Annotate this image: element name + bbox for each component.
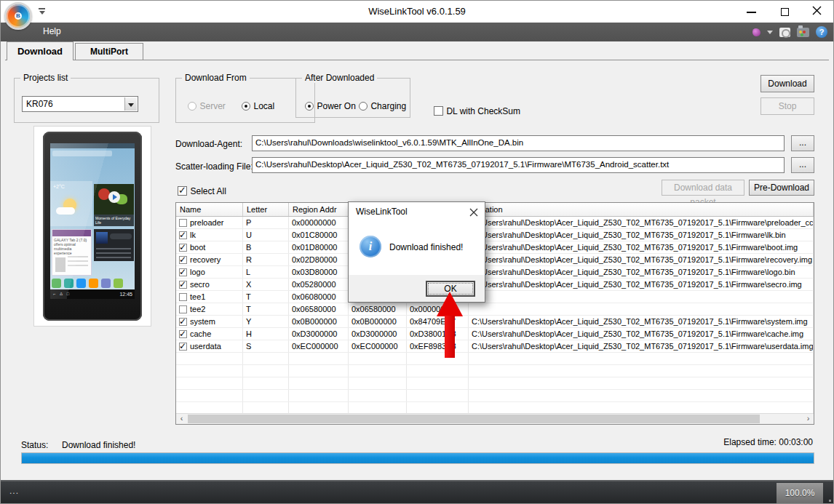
- row-checkbox[interactable]: [179, 231, 187, 239]
- window-title: WiseLinkTool v6.0.1.59: [1, 6, 833, 17]
- download-data-packet-button[interactable]: Download data packet: [662, 180, 744, 196]
- statusbar-ellipsis[interactable]: ...: [9, 486, 19, 496]
- table-row[interactable]: userdataS0xEC0000000xEC0000000xEF8983B8C…: [176, 340, 814, 353]
- select-all-label: Select All: [190, 186, 226, 196]
- row-checkbox[interactable]: [179, 268, 187, 276]
- row-checkbox[interactable]: [179, 281, 187, 289]
- after-downloaded-label: After Downloaded: [302, 73, 377, 83]
- scroll-left-icon[interactable]: ‹: [176, 414, 187, 424]
- screenshot-icon[interactable]: [797, 28, 809, 37]
- radio-charging[interactable]: [359, 102, 368, 111]
- menu-help[interactable]: Help: [43, 26, 61, 36]
- browse-agent-button[interactable]: ...: [791, 135, 814, 151]
- radio-local-label: Local: [253, 101, 274, 111]
- app-logo-icon[interactable]: B: [4, 2, 32, 30]
- bottom-status-bar: ... 100.0%: [1, 480, 833, 504]
- scroll-right-icon[interactable]: ›: [803, 414, 814, 424]
- table-row[interactable]: recoveryR0x02D80000C:\Users\rahul\Deskto…: [176, 254, 814, 266]
- status-label: Status:: [21, 440, 48, 450]
- phone-news-headline: GALAXY Tab 2 (7.0) offers optimal multim…: [52, 236, 91, 257]
- dialog-title: WiseLinkTool: [356, 207, 408, 217]
- plugin-icon[interactable]: [752, 28, 760, 36]
- device-preview-panel: +2°C Moments of Everyday Life GALAXY Tab…: [33, 126, 151, 327]
- scatter-file-label: Scatter-loading File:: [175, 161, 253, 172]
- dialog-message: Download finished!: [389, 242, 463, 252]
- table-row[interactable]: cacheH0xD30000000xD30000000xD38001B8C:\U…: [176, 328, 814, 340]
- message-dialog: WiseLinkTool i Download finished! OK: [348, 201, 485, 303]
- tab-multiport[interactable]: MultiPort: [75, 43, 143, 60]
- table-row[interactable]: tee2T0x065800000x065800000x00000000: [176, 303, 814, 316]
- table-empty-row: [176, 353, 814, 365]
- project-select[interactable]: KR076: [22, 96, 138, 112]
- column-header-region-addr[interactable]: Region Addr: [289, 203, 349, 216]
- table-header-row: Name Letter Region Addr Begin Addr End A…: [176, 203, 814, 217]
- row-checkbox[interactable]: [179, 256, 187, 264]
- app-window: B WiseLinkTool v6.0.1.59 Help ? Download…: [0, 0, 834, 504]
- row-checkbox[interactable]: [179, 343, 187, 351]
- pre-download-button[interactable]: Pre-Download: [749, 180, 814, 196]
- table-empty-row: [176, 390, 814, 402]
- download-from-label: Download From: [182, 73, 250, 83]
- column-header-name[interactable]: Name: [176, 203, 243, 216]
- menu-bar: Help ?: [1, 23, 833, 41]
- table-empty-row: [176, 365, 814, 377]
- close-icon: [469, 208, 478, 217]
- radio-power-on[interactable]: [305, 102, 314, 111]
- table-row[interactable]: logoL0x03D80000C:\Users\rahul\Desktop\Ac…: [176, 266, 814, 279]
- scatter-file-input[interactable]: C:\Users\rahul\Desktop\Acer_Liquid_Z530_…: [252, 157, 785, 173]
- radio-power-on-label: Power On: [317, 101, 355, 111]
- help-icon[interactable]: ?: [816, 26, 827, 38]
- table-row[interactable]: bootB0x01D80000C:\Users\rahul\Desktop\Ac…: [176, 241, 814, 254]
- table-row[interactable]: lkU0x01C80000C:\Users\rahul\Desktop\Acer…: [176, 229, 814, 241]
- row-checkbox[interactable]: [179, 293, 187, 301]
- row-checkbox[interactable]: [179, 305, 187, 313]
- tab-download[interactable]: Download: [7, 41, 74, 60]
- row-checkbox[interactable]: [179, 330, 187, 338]
- radio-charging-label: Charging: [370, 101, 406, 111]
- radio-local[interactable]: [242, 102, 250, 111]
- combo-dropdown-icon[interactable]: [124, 97, 137, 111]
- after-downloaded-groupbox: After Downloaded Power On Charging: [295, 78, 410, 118]
- dl-checksum-checkbox[interactable]: [434, 106, 443, 116]
- download-from-groupbox: Download From Server Local: [175, 78, 315, 123]
- annotation-arrow: [437, 292, 463, 359]
- resize-grip[interactable]: [829, 500, 831, 502]
- zoom-level: 100.0%: [777, 483, 823, 503]
- download-button[interactable]: Download: [760, 75, 814, 92]
- close-button[interactable]: [806, 5, 827, 18]
- maximize-button[interactable]: [774, 5, 795, 18]
- projects-label: Projects list: [20, 73, 71, 83]
- download-agent-input[interactable]: C:\Users\rahul\Downloads\wiselinktool_v6…: [252, 135, 785, 151]
- progress-bar: [21, 452, 814, 464]
- arrow-head: [437, 292, 463, 316]
- device-image: +2°C Moments of Everyday Life GALAXY Tab…: [43, 132, 142, 321]
- phone-clock: 12:45: [119, 292, 132, 297]
- title-bar: B WiseLinkTool v6.0.1.59: [1, 1, 833, 23]
- chevron-down-icon[interactable]: [767, 31, 773, 34]
- project-selected-value: KR076: [26, 99, 53, 109]
- table-row[interactable]: secroX0x05280000C:\Users\rahul\Desktop\A…: [176, 279, 814, 291]
- row-checkbox[interactable]: [179, 244, 187, 252]
- radio-server[interactable]: [188, 102, 196, 111]
- stop-button[interactable]: Stop: [760, 97, 814, 115]
- scrollbar-thumb[interactable]: [188, 415, 760, 423]
- tab-divider: [5, 60, 829, 60]
- table-row[interactable]: tee1T0x06080000: [176, 291, 814, 303]
- table-empty-row: [176, 377, 814, 390]
- horizontal-scrollbar[interactable]: ‹ ›: [176, 413, 814, 424]
- radio-server-label: Server: [199, 101, 225, 111]
- select-all-checkbox[interactable]: [178, 186, 187, 196]
- close-icon: [812, 6, 822, 15]
- row-checkbox[interactable]: [179, 318, 187, 326]
- dialog-close-button[interactable]: [469, 207, 478, 215]
- browse-scatter-button[interactable]: ...: [791, 157, 814, 173]
- preview-icon[interactable]: [779, 28, 790, 37]
- dl-checksum-label: DL with CheckSum: [446, 106, 520, 116]
- minimize-button[interactable]: [740, 5, 762, 18]
- elapsed-time: Elapsed time: 00:03:00: [723, 437, 813, 447]
- column-header-letter[interactable]: Letter: [243, 203, 289, 216]
- table-row[interactable]: systemY0x0B0000000x0B0000000x84709EB7C:\…: [176, 316, 814, 328]
- table-row[interactable]: preloaderP0x00000000C:\Users\rahul\Deskt…: [176, 217, 814, 229]
- column-header-location[interactable]: Location: [469, 203, 814, 216]
- row-checkbox[interactable]: [179, 219, 187, 227]
